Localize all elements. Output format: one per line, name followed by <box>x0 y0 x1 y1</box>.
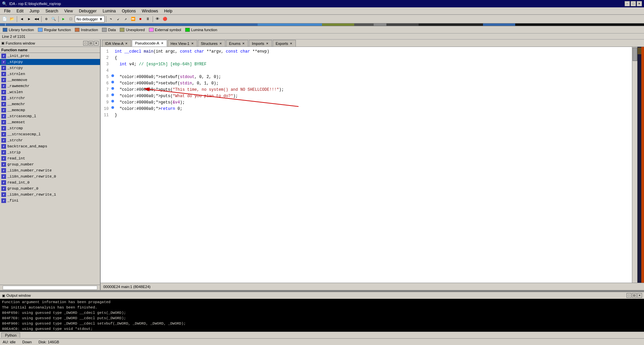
function-item-12[interactable]: f_strcmp <box>0 125 100 131</box>
toolbar-run2[interactable]: ⏩ <box>130 16 137 22</box>
tab-close-4[interactable]: ✕ <box>242 42 245 45</box>
tab-close-1[interactable]: ✕ <box>161 42 164 45</box>
tab-0[interactable]: IDA View-A✕ <box>102 40 131 47</box>
toolbar-watch[interactable]: 👁 <box>154 16 161 22</box>
toolbar-pause[interactable]: ⏸ <box>145 16 151 22</box>
function-item-5[interactable]: f_rawmemchr <box>0 83 100 89</box>
toolbar-hex[interactable]: □ <box>67 16 74 22</box>
function-item-10[interactable]: f_strcasecmp_l <box>0 113 100 119</box>
line-dot-6 <box>111 86 115 90</box>
menu-file[interactable]: File <box>1 8 13 14</box>
functions-dock-btn[interactable]: ⊟ <box>89 41 93 46</box>
code-vscroll-thumb[interactable] <box>633 48 637 61</box>
toolbar-icon2[interactable]: 🔍 <box>50 16 57 22</box>
menu-search[interactable]: Search <box>43 8 61 14</box>
function-item-13[interactable]: f__strncasecmp_l <box>0 131 100 137</box>
tab-6[interactable]: Exports✕ <box>273 40 296 47</box>
function-icon-13: f <box>1 132 6 137</box>
function-item-20[interactable]: f_i18n_number_rewrite_0 <box>0 174 100 180</box>
function-item-14[interactable]: f_strchr <box>0 137 100 143</box>
function-label-22: group_number_0 <box>7 187 38 191</box>
menu-jump[interactable]: Jump <box>27 8 42 14</box>
legend-lumina: Lumina function <box>185 28 217 32</box>
output-content[interactable]: Function argument information has been p… <box>0 299 644 332</box>
menu-options[interactable]: Options <box>119 8 138 14</box>
menu-windows[interactable]: Windows <box>139 8 161 14</box>
output-close-btn[interactable]: ✕ <box>637 293 642 298</box>
tab-3[interactable]: Structures✕ <box>198 40 225 47</box>
toolbar-fwd[interactable]: ▶ <box>26 16 33 22</box>
python-tab[interactable]: Python <box>1 333 20 338</box>
function-icon-23: f <box>1 192 6 197</box>
menu-help[interactable]: Help <box>161 8 175 14</box>
toolbar-step-over[interactable]: ↷ <box>108 16 114 22</box>
code-row-4: 5 "color:#0000a0;">setvbuf(stdout, 0, 2,… <box>101 74 632 80</box>
menu-edit[interactable]: Edit <box>14 8 26 14</box>
menu-lumina[interactable]: Lumina <box>100 8 118 14</box>
toolbar-icon1[interactable]: ⚙ <box>43 16 50 22</box>
function-item-8[interactable]: f__memchr <box>0 101 100 107</box>
toolbar-debugger-dropdown[interactable]: No debugger ▼ <box>75 16 105 22</box>
toolbar-run[interactable]: ▶ <box>60 16 67 22</box>
tab-2[interactable]: Hex View-1✕ <box>168 40 197 47</box>
toolbar-back2[interactable]: ◀◀ <box>33 16 40 22</box>
output-float-btn[interactable]: □ <box>627 293 631 298</box>
status-disk: Disk: 146GB <box>39 340 59 344</box>
minimize-button[interactable]: − <box>625 1 630 6</box>
menu-view[interactable]: View <box>61 8 75 14</box>
function-item-15[interactable]: fbacktrace_and_maps <box>0 143 100 149</box>
tab-4[interactable]: Enums✕ <box>226 40 248 47</box>
function-item-24[interactable]: f_fini <box>0 198 100 204</box>
toolbar-stop[interactable]: ■ <box>137 16 144 22</box>
code-content[interactable]: 1int __cdecl main(int argc, const char *… <box>101 47 632 283</box>
tab-close-0[interactable]: ✕ <box>125 42 128 45</box>
function-item-4[interactable]: f__memmove <box>0 77 100 83</box>
tabs-bar: IDA View-A✕Pseudocode-A✕Hex View-1✕Struc… <box>101 40 644 47</box>
function-item-3[interactable]: f_strnlen <box>0 71 100 77</box>
function-item-9[interactable]: f__memcmp <box>0 107 100 113</box>
function-item-7[interactable]: f_strrchr <box>0 95 100 101</box>
tab-close-3[interactable]: ✕ <box>219 42 222 45</box>
output-window-title: Output window <box>6 293 31 297</box>
functions-list[interactable]: f_init_procf_stpcpyf_strcpyf_strnlenf__m… <box>0 53 100 285</box>
tab-close-6[interactable]: ✕ <box>289 42 293 45</box>
close-window-button[interactable]: ✕ <box>637 1 642 6</box>
toolbar-bp[interactable]: 🔴 <box>162 16 168 22</box>
tab-1[interactable]: Pseudocode-A✕ <box>132 40 167 47</box>
function-item-18[interactable]: fgroup_number <box>0 161 100 167</box>
function-item-22[interactable]: fgroup_number_0 <box>0 186 100 192</box>
function-label-14: _strchr <box>7 138 23 142</box>
tab-close-5[interactable]: ✕ <box>266 42 269 45</box>
functions-float-btn[interactable]: □ <box>83 41 88 46</box>
function-item-6[interactable]: f_wcslen <box>0 89 100 95</box>
output-dock-btn[interactable]: ⊟ <box>632 293 637 298</box>
function-item-16[interactable]: f_strip <box>0 149 100 155</box>
function-item-0[interactable]: f_init_proc <box>0 53 100 59</box>
title-bar-left: 🔍 IDA - rop E:\blog\ctfwiki_rop\rop <box>2 1 61 6</box>
menu-debugger[interactable]: Debugger <box>76 8 99 14</box>
mini-overview <box>637 47 641 283</box>
toolbar-new[interactable]: 📄 <box>1 16 8 22</box>
toolbar-back[interactable]: ◀ <box>18 16 25 22</box>
output-line-4: 804F960: using guessed type _DWORD __cde… <box>2 322 642 327</box>
tab-5[interactable]: Imports✕ <box>249 40 272 47</box>
toolbar-step-out[interactable]: ↗ <box>122 16 129 22</box>
tab-close-2[interactable]: ✕ <box>191 42 194 45</box>
function-item-19[interactable]: f_i18n_number_rewrite <box>0 167 100 174</box>
right-edge-panel[interactable] <box>641 47 644 283</box>
legend-unexplored-color <box>120 28 124 32</box>
function-item-11[interactable]: f__memset <box>0 119 100 125</box>
line-num-9: 10 <box>101 106 111 112</box>
code-vscroll[interactable] <box>632 47 637 283</box>
function-item-1[interactable]: f_stpcpy <box>0 59 100 65</box>
toolbar-step-in[interactable]: ↙ <box>115 16 122 22</box>
function-item-17[interactable]: fread_int <box>0 155 100 161</box>
toolbar-open[interactable]: 📂 <box>9 16 15 22</box>
function-item-21[interactable]: fread_int_0 <box>0 180 100 186</box>
restore-button[interactable]: □ <box>631 1 636 6</box>
function-item-2[interactable]: f_strcpy <box>0 65 100 71</box>
functions-window-title: Functions window <box>6 41 35 45</box>
functions-hscroll[interactable] <box>3 286 97 290</box>
functions-close-btn[interactable]: ✕ <box>94 41 99 46</box>
function-item-23[interactable]: f_i18n_number_rewrite_1 <box>0 192 100 198</box>
